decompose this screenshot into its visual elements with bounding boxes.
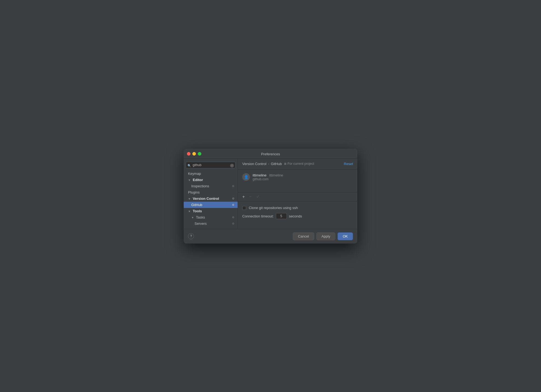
sidebar: 🔍 ✕ Keymap ▼ Editor Inspections ⚙ Plugin… <box>184 159 238 229</box>
vc-settings-icon: ⚙ <box>232 197 234 200</box>
sidebar-item-editor[interactable]: ▼ Editor <box>184 177 238 183</box>
search-icon: 🔍 <box>187 164 191 167</box>
timeout-row: Connection timeout: seconds <box>242 213 353 219</box>
account-name-row: ittimeline ittimeline <box>253 173 283 177</box>
sidebar-item-servers[interactable]: Servers ⚙ <box>184 220 238 227</box>
bottom-bar: ? Cancel Apply OK <box>184 229 357 244</box>
list-toolbar: + − ✓ <box>238 192 357 201</box>
timeout-label: Connection timeout: <box>242 214 274 218</box>
account-avatar: 👤 <box>242 173 250 181</box>
account-item: 👤 ittimeline ittimeline github.com <box>238 172 357 183</box>
traffic-lights <box>187 152 201 156</box>
action-buttons: Cancel Apply OK <box>293 232 353 240</box>
timeout-unit: seconds <box>289 214 302 218</box>
sidebar-item-keymap[interactable]: Keymap <box>184 170 238 177</box>
account-username-bold: ittimeline <box>253 173 266 177</box>
account-list: 👤 ittimeline ittimeline github.com <box>238 169 357 193</box>
github-settings-icon: ⚙ <box>232 203 234 206</box>
search-clear-button[interactable]: ✕ <box>230 164 234 167</box>
avatar-icon: 👤 <box>244 175 249 179</box>
breadcrumb: Version Control › GitHub 🖥 For current p… <box>242 162 314 166</box>
apply-button[interactable]: Apply <box>316 232 336 240</box>
clone-ssh-row: Clone git repositories using ssh <box>242 206 353 210</box>
inspections-settings-icon: ⚙ <box>232 185 234 188</box>
titlebar: Preferences <box>184 149 357 159</box>
project-label: 🖥 For current project <box>284 162 314 166</box>
tools-collapse-arrow: ▼ <box>188 210 191 213</box>
sidebar-item-tools[interactable]: ▼ Tools <box>184 208 238 214</box>
breadcrumb-current: GitHub <box>271 162 282 166</box>
panel-header: Version Control › GitHub 🖥 For current p… <box>238 159 357 169</box>
right-panel: Version Control › GitHub 🖥 For current p… <box>238 159 357 229</box>
maximize-button[interactable] <box>198 152 201 156</box>
close-button[interactable] <box>187 152 190 156</box>
account-username-light: ittimeline <box>269 173 283 177</box>
tasks-collapse-arrow: ▼ <box>191 216 194 219</box>
sidebar-item-tasks[interactable]: ▼ Tasks ⚙ <box>184 214 238 220</box>
add-account-button[interactable]: + <box>241 194 246 200</box>
search-input[interactable] <box>186 162 236 168</box>
project-icon: 🖥 <box>284 162 287 165</box>
ok-button[interactable]: OK <box>338 232 353 240</box>
account-host: github.com <box>253 177 283 181</box>
servers-settings-icon: ⚙ <box>232 222 234 225</box>
cancel-button[interactable]: Cancel <box>293 232 314 240</box>
settings-area: Clone git repositories using ssh Connect… <box>238 201 357 229</box>
minimize-button[interactable] <box>192 152 196 156</box>
sidebar-item-github[interactable]: GitHub ⚙ <box>184 202 238 208</box>
editor-collapse-arrow: ▼ <box>188 179 191 182</box>
sidebar-item-version-control[interactable]: ▼ Version Control ⚙ <box>184 195 238 202</box>
preferences-window: Preferences 🔍 ✕ Keymap ▼ Editor <box>184 149 357 244</box>
main-content: 🔍 ✕ Keymap ▼ Editor Inspections ⚙ Plugin… <box>184 159 357 229</box>
vc-collapse-arrow: ▼ <box>188 197 191 200</box>
clone-ssh-checkbox[interactable] <box>242 206 246 210</box>
account-info: ittimeline ittimeline github.com <box>253 173 283 181</box>
timeout-input[interactable] <box>276 213 287 219</box>
window-title: Preferences <box>261 152 280 156</box>
search-container: 🔍 ✕ <box>184 161 238 170</box>
reset-button[interactable]: Reset <box>344 162 353 166</box>
breadcrumb-parent: Version Control <box>242 162 266 166</box>
breadcrumb-separator: › <box>268 162 269 166</box>
edit-account-button[interactable]: ✓ <box>255 194 261 200</box>
help-button[interactable]: ? <box>188 233 194 239</box>
sidebar-item-inspections[interactable]: Inspections ⚙ <box>184 183 238 189</box>
sidebar-item-plugins[interactable]: Plugins <box>184 189 238 195</box>
clone-ssh-label: Clone git repositories using ssh <box>249 206 298 210</box>
tasks-settings-icon: ⚙ <box>232 216 234 219</box>
remove-account-button[interactable]: − <box>248 194 253 200</box>
